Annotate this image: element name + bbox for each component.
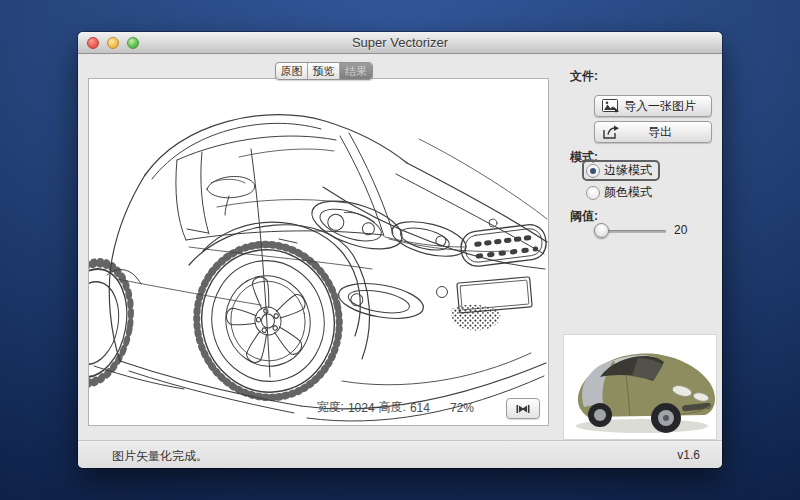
radio-color-mode-label: 颜色模式 — [604, 184, 652, 201]
threshold-value: 20 — [674, 223, 687, 237]
tab-result[interactable]: 结果 — [340, 63, 372, 79]
window-title: Super Vectorizer — [78, 35, 722, 50]
tab-original[interactable]: 原图 — [276, 63, 308, 79]
original-image-thumbnail[interactable] — [563, 334, 717, 440]
title-bar[interactable]: Super Vectorizer — [78, 32, 722, 54]
import-image-icon — [602, 99, 620, 117]
radio-color-mode[interactable]: 颜色模式 — [586, 184, 652, 201]
tab-preview[interactable]: 预览 — [308, 63, 340, 79]
width-label: 宽度: — [317, 399, 344, 416]
original-car-photo — [564, 335, 716, 439]
app-version: v1.6 — [677, 448, 700, 462]
radio-edge-mode[interactable]: 边缘模式 — [582, 160, 660, 181]
file-section-label: 文件: — [570, 68, 598, 85]
radio-edge-mode-label: 边缘模式 — [604, 162, 652, 179]
vector-result-canvas[interactable]: 宽度: 1024 高度: 614 72% — [88, 78, 549, 426]
zoom-percent: 72% — [450, 401, 474, 415]
fit-to-window-icon — [516, 404, 530, 414]
fit-to-window-button[interactable] — [506, 398, 540, 419]
image-dimensions: 宽度: 1024 高度: 614 72% — [317, 399, 474, 416]
status-bar: 图片矢量化完成。 v1.6 — [78, 440, 722, 468]
export-icon — [602, 125, 620, 143]
width-value: 1024 — [348, 401, 375, 415]
radio-color-mode-icon[interactable] — [586, 186, 600, 200]
height-label: 高度: — [379, 399, 406, 416]
app-window: Super Vectorizer 原图 预览 结果 — [78, 32, 722, 468]
radio-edge-mode-icon[interactable] — [586, 164, 600, 178]
threshold-slider[interactable]: 20 — [592, 222, 702, 240]
height-value: 614 — [410, 401, 430, 415]
view-tabs: 原图 预览 结果 — [275, 62, 373, 80]
vectorized-car-drawing — [89, 79, 548, 425]
threshold-slider-knob[interactable] — [594, 223, 609, 238]
status-message: 图片矢量化完成。 — [112, 448, 208, 465]
export-button[interactable]: 导出 — [594, 121, 712, 143]
import-image-button[interactable]: 导入一张图片 — [594, 95, 712, 117]
